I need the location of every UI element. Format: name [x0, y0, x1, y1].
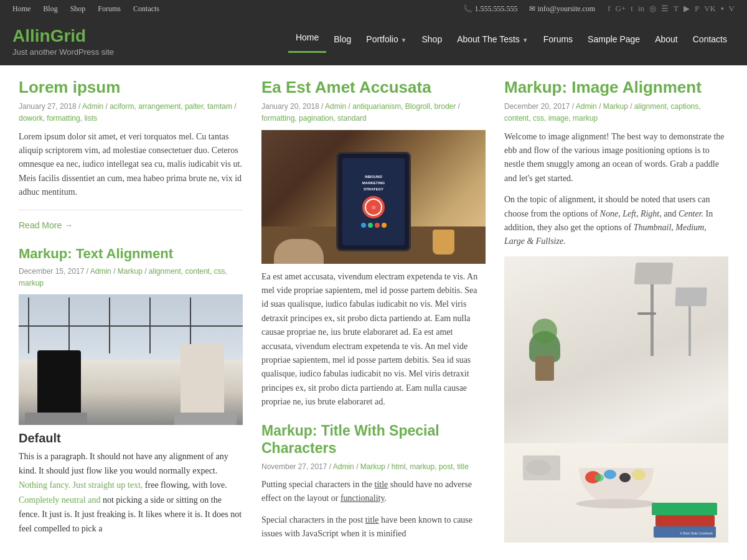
post-date-alignment: December 15, 2017 — [19, 267, 84, 276]
cat-standard[interactable]: standard — [337, 114, 367, 123]
post-author-special-chars[interactable]: Admin — [333, 462, 354, 471]
vimeo-icon[interactable]: V — [729, 4, 735, 14]
cat-lists[interactable]: lists — [84, 114, 97, 123]
tag-alignment[interactable]: alignment — [149, 267, 181, 276]
post-author-ea-est[interactable]: Admin — [325, 102, 346, 111]
tag-markup2[interactable]: markup — [410, 462, 435, 471]
site-header: AllinGrid Just another WordPress site Ho… — [0, 17, 747, 65]
post-date-special-chars: November 27, 2017 — [261, 462, 327, 471]
post-date-ea-est: January 20, 2018 — [261, 102, 319, 111]
googleplus-icon[interactable]: G+ — [616, 4, 626, 14]
post-para2-image-align: On the topic of alignment, it should be … — [504, 193, 728, 249]
cat-markup-image[interactable]: Markup — [603, 102, 628, 111]
post-meta-alignment: December 15, 2017 / Admin / Markup / ali… — [19, 266, 243, 289]
nav-home[interactable]: Home — [288, 26, 326, 53]
posts-grid: Lorem ipsum January 27, 2018 / Admin / a… — [19, 78, 728, 549]
nav-blog[interactable]: Blog — [326, 28, 359, 53]
post-excerpt-special-2: Special characters in the post title hav… — [261, 513, 486, 541]
topnav-blog[interactable]: Blog — [43, 4, 57, 14]
topnav-shop[interactable]: Shop — [70, 4, 86, 14]
youtube-icon[interactable]: ▶ — [684, 4, 690, 14]
post-sub-heading-default: Default — [19, 431, 243, 446]
tumblr-icon[interactable]: T — [674, 4, 679, 14]
tag-css2[interactable]: css — [533, 114, 544, 123]
tag-html[interactable]: html — [392, 462, 406, 471]
tag-content[interactable]: content — [186, 267, 210, 276]
post-date-lorem: January 27, 2018 — [19, 102, 77, 111]
tag-captions[interactable]: captions — [671, 102, 699, 111]
vk-icon[interactable]: VK — [704, 4, 716, 14]
nav-forums[interactable]: Forums — [536, 28, 580, 53]
cat-markup-special[interactable]: Markup — [360, 462, 385, 471]
column-3: Markup: Image Alignment December 20, 201… — [504, 78, 728, 549]
nav-contacts[interactable]: Contacts — [685, 28, 735, 53]
post-image-alignment — [19, 294, 243, 425]
linkedin-icon[interactable]: in — [638, 4, 644, 14]
tag-markup[interactable]: markup — [19, 279, 44, 287]
nav-about-tests[interactable]: About The Tests ▼ — [449, 28, 535, 53]
read-more-lorem[interactable]: Read More → — [19, 220, 73, 230]
nav-shop[interactable]: Shop — [414, 28, 449, 53]
pinterest-icon[interactable]: P — [695, 4, 699, 14]
tag-post[interactable]: post — [439, 462, 453, 471]
top-bar-nav: Home Blog Shop Forums Contacts — [12, 4, 159, 14]
post-body-alignment: This is a paragraph. It should not have … — [19, 449, 243, 536]
rss-icon[interactable]: ☰ — [661, 4, 669, 14]
site-tagline: Just another WordPress site — [12, 47, 114, 57]
post-title-lorem[interactable]: Lorem ipsum — [19, 78, 243, 97]
post-author-lorem[interactable]: Admin — [82, 102, 103, 111]
column-2: Ea Est Amet Accusata January 20, 2018 / … — [261, 78, 486, 549]
top-bar-contact: 📞1.555.555.555 ✉info@yoursite.com — [463, 4, 596, 14]
post-image-ea-est: INBOUND MARKETING STRATEGY ⊙ — [261, 130, 486, 264]
post-image-alignment-article: Markup: Image Alignment December 20, 201… — [504, 78, 728, 543]
extra-icon1[interactable]: ▪ — [721, 4, 724, 14]
post-date-image-align: December 20, 2017 — [504, 102, 570, 111]
nav-portfolio[interactable]: Portfolio ▼ — [359, 28, 414, 53]
tag-align[interactable]: alignment — [634, 102, 667, 111]
post-text-alignment: Markup: Text Alignment December 15, 2017… — [19, 246, 243, 536]
cat-blogroll[interactable]: Blogroll — [405, 102, 430, 111]
instagram-icon[interactable]: ◎ — [649, 4, 656, 14]
column-1: Lorem ipsum January 27, 2018 / Admin / a… — [19, 78, 243, 549]
post-title-image-align[interactable]: Markup: Image Alignment — [504, 78, 728, 97]
nav-sample-page[interactable]: Sample Page — [580, 28, 647, 53]
post-author-alignment[interactable]: Admin — [90, 267, 111, 276]
cat-formatting[interactable]: formatting — [47, 114, 80, 123]
post-image-office: A Short Slide Cookbook — [504, 256, 728, 543]
tag-content2[interactable]: content — [504, 114, 529, 123]
topnav-contacts[interactable]: Contacts — [133, 4, 159, 14]
post-title-special-chars[interactable]: Markup: Title With Special Characters — [261, 422, 486, 457]
tag-markup3[interactable]: markup — [573, 114, 598, 123]
cat-formatting2[interactable]: formatting — [261, 114, 294, 123]
cat-markup-alignment[interactable]: Markup — [118, 267, 143, 276]
site-title[interactable]: AllinGrid — [12, 26, 114, 46]
cat-aciform[interactable]: aciform — [110, 102, 134, 111]
cat-palter[interactable]: palter — [185, 102, 203, 111]
post-author-image-align[interactable]: Admin — [576, 102, 597, 111]
cat-antiquarianism[interactable]: antiquarianism — [352, 102, 401, 111]
twitter-icon[interactable]: t — [631, 4, 633, 14]
post-title-alignment[interactable]: Markup: Text Alignment — [19, 246, 243, 262]
topnav-home[interactable]: Home — [12, 4, 31, 14]
cat-arrangement[interactable]: arrangement — [138, 102, 181, 111]
post-meta-image-align: December 20, 2017 / Admin / Markup / ali… — [504, 101, 728, 124]
phone-icon: 📞 — [463, 4, 472, 13]
post-meta-lorem: January 27, 2018 / Admin / aciform, arra… — [19, 101, 243, 124]
post-excerpt-ea-est: Ea est amet accusata, vivendum electram … — [261, 270, 486, 409]
cat-broder[interactable]: broder — [435, 102, 456, 111]
tag-image[interactable]: image — [548, 114, 569, 123]
post-divider-lorem — [19, 210, 243, 210]
topnav-forums[interactable]: Forums — [98, 4, 121, 14]
content-wrapper: Lorem ipsum January 27, 2018 / Admin / a… — [6, 65, 741, 549]
post-meta-ea-est: January 20, 2018 / Admin / antiquarianis… — [261, 101, 486, 124]
tag-css[interactable]: css — [214, 267, 225, 276]
post-title-ea-est[interactable]: Ea Est Amet Accusata — [261, 78, 486, 97]
post-excerpt-lorem: Lorem ipsum dolor sit amet, et veri torq… — [19, 130, 243, 200]
cat-pagination[interactable]: pagination — [299, 114, 333, 123]
nav-about[interactable]: About — [647, 28, 685, 53]
cat-dowork[interactable]: dowork — [19, 114, 43, 123]
site-branding: AllinGrid Just another WordPress site — [12, 26, 114, 65]
cat-tamtam[interactable]: tamtam — [207, 102, 232, 111]
facebook-icon[interactable]: f — [608, 4, 610, 14]
tag-title[interactable]: title — [457, 462, 469, 471]
